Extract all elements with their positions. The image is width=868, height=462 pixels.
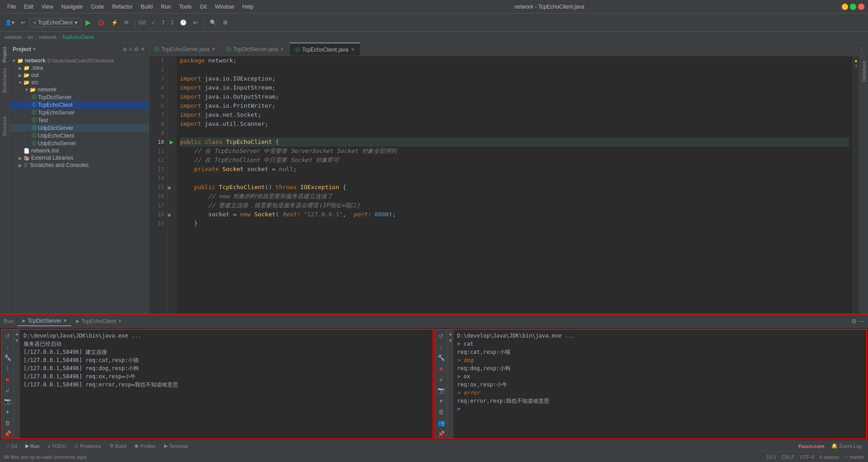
project-icon-collapse[interactable]: ≡ (129, 46, 132, 52)
status-branch[interactable]: ⑂ master (844, 454, 864, 460)
tree-item-tcpechoclient[interactable]: Ⓒ TcpEchoClient (9, 101, 149, 109)
sidebar-structure-icon[interactable]: Structure (1, 115, 8, 138)
status-encoding[interactable]: UTF-8 (800, 454, 814, 460)
breakpoint-area[interactable]: ◉ (167, 185, 171, 190)
profiler-bottom-btn[interactable]: ◉ Profiler (132, 442, 159, 450)
clear-btn-left[interactable]: 🗑 (4, 419, 11, 427)
run-settings-button[interactable]: ⚙ (851, 318, 857, 325)
scroll-end-btn-right[interactable]: ↓ (439, 343, 443, 351)
status-crlf[interactable]: CRLF (781, 454, 794, 460)
run-output-right[interactable]: D:\develop\Java\JDK\bin\java.exe ... > c… (453, 330, 866, 438)
debug-button[interactable]: 🐞 (95, 18, 107, 28)
problems-bottom-btn[interactable]: ⚠ Problems (71, 442, 104, 450)
close-button[interactable] (858, 4, 864, 10)
tree-item-out[interactable]: ▶ 📂 out (9, 71, 149, 79)
stop-btn-left[interactable]: ■ (5, 375, 10, 384)
tree-item-test[interactable]: Ⓒ Test (9, 116, 149, 124)
breadcrumb-class[interactable]: TcpEchoClient (62, 34, 94, 40)
stop-btn-right[interactable]: ■ (439, 364, 444, 373)
breadcrumb-network2[interactable]: network (39, 34, 57, 40)
group-btn-right[interactable]: 👥 (437, 419, 446, 427)
tree-item-scratches[interactable]: ▶ 🗒 Scratches and Consoles (9, 162, 149, 169)
pin-btn-right[interactable]: 📌 (437, 429, 446, 438)
git-update-btn[interactable]: ⤴ (160, 18, 167, 27)
tree-item-external[interactable]: ▶ 📚 External Libraries (9, 154, 149, 162)
scroll-up-right[interactable]: ▲ (448, 331, 454, 337)
tab-close-tcpdictserver[interactable]: ✕ (280, 47, 284, 52)
status-position[interactable]: 10:3 (766, 454, 776, 460)
run-gutter-indicator[interactable]: ▶ (170, 139, 174, 145)
settings-btn-left[interactable]: 🔧 (3, 353, 12, 362)
clear-btn-right[interactable]: 🗑 (437, 408, 445, 416)
menu-edit[interactable]: Edit (20, 2, 37, 11)
breadcrumb-network[interactable]: network (5, 34, 22, 40)
git-check-btn[interactable]: ✓ (149, 18, 158, 27)
breadcrumb-src[interactable]: src (27, 34, 34, 40)
coverage-button[interactable]: ⚡ (109, 18, 120, 27)
menu-build[interactable]: Build (137, 2, 156, 11)
toolbar-back-btn[interactable]: ↩ (19, 18, 28, 27)
todo-bottom-btn[interactable]: ≡ TODO (45, 443, 69, 450)
settings-btn[interactable]: ⚙ (221, 18, 230, 27)
camera-btn-left[interactable]: 📷 (3, 397, 12, 405)
tree-item-udpdictserver[interactable]: Ⓒ UdpDictServer (9, 124, 149, 132)
tab-close-tcpechoclient[interactable]: ✕ (351, 47, 354, 52)
event-log-btn[interactable]: 🔔 Event Log (829, 442, 864, 450)
scroll-to-end-btn-left[interactable]: ⤵ (5, 364, 10, 373)
rerun-btn-left[interactable]: ↺ (4, 332, 11, 340)
tree-item-tcpdictserver[interactable]: Ⓒ TcpDictServer (9, 93, 149, 101)
build-bottom-btn[interactable]: ⚙ Build (107, 442, 129, 450)
menu-view[interactable]: View (38, 2, 57, 11)
git-undo-btn[interactable]: ↩ (191, 18, 200, 27)
tab-close-tcpechoserver[interactable]: ✕ (212, 47, 215, 52)
menu-code[interactable]: Code (87, 2, 108, 11)
run-tab-tcpdictserver[interactable]: ▶ TcpDictServer ✕ (18, 316, 71, 326)
scroll-down-left[interactable]: ▼ (14, 338, 20, 343)
menu-file[interactable]: File (4, 2, 19, 11)
menu-navigate[interactable]: Navigate (58, 2, 86, 11)
menu-run[interactable]: Run (157, 2, 175, 11)
git-bottom-btn[interactable]: ⑂ Git (4, 443, 20, 450)
run-tab-close-left[interactable]: ✕ (63, 318, 67, 323)
search-everywhere-btn[interactable]: 🔍 (208, 18, 219, 27)
profile-button[interactable]: ⟳ (122, 18, 131, 27)
run-config-selector[interactable]: ● TcpEchoClient ▾ (29, 18, 81, 27)
toolbar-search-btn[interactable]: 👤▾ (3, 18, 17, 27)
tab-tcpechoclient[interactable]: Ⓒ TcpEchoClient.java ✕ (290, 43, 360, 56)
tree-item-src[interactable]: ▼ 📂 src (9, 79, 149, 86)
project-icon-close[interactable]: ✕ (141, 46, 145, 52)
scroll-down-right[interactable]: ▼ (448, 338, 454, 343)
status-indent[interactable]: 4 spaces (819, 454, 839, 460)
pin-btn-left[interactable]: 📌 (3, 429, 12, 438)
maximize-button[interactable] (850, 4, 856, 10)
camera-btn-right[interactable]: 📷 (437, 386, 446, 395)
terminal-bottom-btn[interactable]: ▶ Terminal (161, 442, 191, 450)
breakpoint-area-2[interactable]: ◉ (167, 212, 171, 217)
git-push-btn[interactable]: ⤵ (169, 18, 176, 27)
scroll-end-btn-left[interactable]: ↓ (5, 343, 10, 351)
menu-window[interactable]: Window (211, 2, 238, 11)
tree-item-root[interactable]: ▼ 📁 network D:\study\JavaCode\2023\netwo… (9, 57, 149, 64)
database-panel-label[interactable]: Database (861, 61, 867, 82)
more-btn-right[interactable]: ✦ (438, 397, 444, 405)
tree-item-iml[interactable]: 📄 network.iml (9, 147, 149, 154)
tree-item-idea[interactable]: ▶ 📁 .idea (9, 64, 149, 71)
tab-tcpdictserver[interactable]: Ⓒ TcpDictServer.java ✕ (221, 43, 290, 56)
wrap-btn-left[interactable]: ↲ (4, 386, 11, 395)
wrap-btn-right[interactable]: ↲ (438, 375, 444, 384)
run-tab-close-right[interactable]: ✕ (118, 319, 122, 324)
scroll-up-left[interactable]: ▲ (14, 331, 20, 337)
git-history-btn[interactable]: 🕐 (178, 18, 189, 27)
sidebar-bookmarks-icon[interactable]: Bookmarks (1, 67, 8, 94)
tree-item-network-folder[interactable]: ▼ 📂 network (9, 86, 149, 93)
project-icon-settings[interactable]: ⚙ (134, 46, 139, 52)
code-content[interactable]: package network; import java.io.IOExcept… (176, 56, 853, 314)
menu-git[interactable]: Git (196, 2, 210, 11)
run-bottom-btn[interactable]: ▶ Run (23, 442, 42, 450)
menu-help[interactable]: Help (239, 2, 257, 11)
run-output-left[interactable]: D:\develop\Java\JDK\bin\java.exe ... 服务器… (20, 330, 433, 438)
tree-item-udpechoserver[interactable]: Ⓒ UdpEchoServer (9, 139, 149, 147)
rerun-btn-right[interactable]: ↺ (438, 332, 444, 340)
more-btn-left[interactable]: ✦ (4, 408, 11, 416)
run-hide-button[interactable]: — (859, 318, 864, 324)
